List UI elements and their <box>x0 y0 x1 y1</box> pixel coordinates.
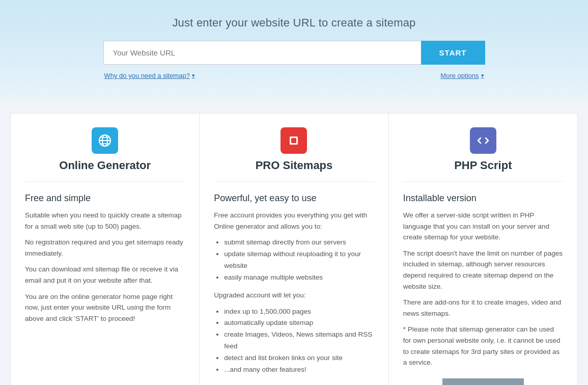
card-text-php-2: There are add-ons for it to create image… <box>403 297 563 319</box>
more-options-arrow-icon: ▾ <box>481 72 484 79</box>
why-sitemap-link[interactable]: Why do you need a sitemap? ▾ <box>104 72 195 79</box>
card-text-online-2: You can download xml sitemap file or rec… <box>25 264 185 286</box>
pro-icon <box>281 127 307 154</box>
cards-container: Online Generator Free and simple Suitabl… <box>10 113 578 385</box>
card-subtitle-php: Installable version <box>403 193 563 204</box>
card-footer-php: VIEW DETAILS <box>403 378 563 385</box>
list-item: update sitemap without reuploading it to… <box>224 249 374 272</box>
card-text-php-3: * Please note that sitemap generator can… <box>403 324 563 368</box>
card-text-pro-upgrade: Upgraded account will let you: <box>214 290 374 301</box>
list-item: easily manage multiple websites <box>224 272 374 284</box>
card-list-pro-upgraded: index up to 1,500,000 pages automaticall… <box>214 306 374 376</box>
cards-section: Online Generator Free and simple Suitabl… <box>0 98 588 385</box>
card-title-php: PHP Script <box>403 159 563 182</box>
url-input[interactable] <box>103 41 421 65</box>
globe-icon <box>92 127 118 154</box>
card-text-online-1: No registration required and you get sit… <box>25 237 185 259</box>
card-text-online-3: You are on the online generator home pag… <box>25 291 185 324</box>
card-list-pro-free: submit sitemap directly from our servers… <box>214 237 374 284</box>
url-form: START <box>103 41 485 65</box>
more-options-link[interactable]: More options ▾ <box>440 72 484 79</box>
card-text-online-0: Suitable when you need to quickly create… <box>25 210 185 232</box>
card-text-php-1: The script doesn't have the limit on num… <box>403 248 563 292</box>
why-arrow-icon: ▾ <box>192 72 195 79</box>
card-pro-sitemaps: PRO Sitemaps Powerful, yet easy to use F… <box>199 113 388 385</box>
card-icon-wrap-online <box>25 113 185 154</box>
list-item: create Images, Videos, News sitemaps and… <box>224 329 374 352</box>
card-online-generator: Online Generator Free and simple Suitabl… <box>10 113 199 385</box>
hero-links: Why do you need a sitemap? ▾ More option… <box>103 72 485 79</box>
start-button[interactable]: START <box>421 41 485 65</box>
card-icon-wrap-pro <box>214 113 374 154</box>
list-item: automatically update sitemap <box>224 317 374 329</box>
card-title-pro: PRO Sitemaps <box>214 159 374 182</box>
view-details-php-button[interactable]: VIEW DETAILS <box>442 378 523 385</box>
card-text-pro-0: Free account provides you everything you… <box>214 210 374 232</box>
list-item: ...and many other features! <box>224 364 374 376</box>
hero-title: Just enter your website URL to create a … <box>10 16 578 30</box>
code-icon <box>470 127 496 154</box>
card-icon-wrap-php <box>403 113 563 154</box>
hero-section: Just enter your website URL to create a … <box>0 0 588 98</box>
list-item: detect and list broken links on your sit… <box>224 352 374 364</box>
card-subtitle-online: Free and simple <box>25 193 185 204</box>
list-item: index up to 1,500,000 pages <box>224 306 374 318</box>
card-text-php-0: We offer a server-side script written in… <box>403 210 563 243</box>
card-subtitle-pro: Powerful, yet easy to use <box>214 193 374 204</box>
card-title-online: Online Generator <box>25 159 185 182</box>
list-item: submit sitemap directly from our servers <box>224 237 374 249</box>
card-php-script: PHP Script Installable version We offer … <box>389 113 578 385</box>
svg-rect-6 <box>291 138 296 143</box>
